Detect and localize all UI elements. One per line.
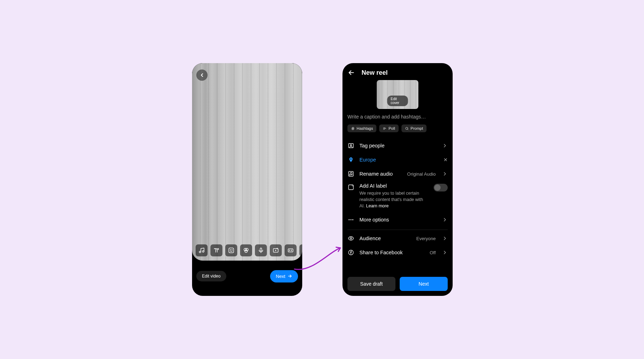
music-button[interactable]: [196, 244, 208, 256]
editor-toolbar: [196, 244, 302, 256]
voiceover-button[interactable]: [255, 244, 267, 256]
music-icon: [198, 247, 205, 254]
svg-point-0: [199, 251, 201, 253]
row-label: More options: [359, 217, 437, 223]
ai-sparkle-icon: [348, 184, 354, 190]
save-draft-button[interactable]: Save draft: [347, 277, 395, 291]
sticker-icon: [228, 247, 234, 254]
edit-cover-button[interactable]: Edit cover: [387, 96, 408, 106]
prompt-chip[interactable]: Prompt: [401, 124, 427, 132]
editor-bottom-bar: Edit video Next: [192, 261, 302, 296]
svg-rect-2: [229, 248, 234, 253]
chevron-right-icon: [442, 236, 448, 241]
canvas: Edit video Next New reel Edit cover Writ…: [65, 36, 579, 323]
audio-icon: [348, 171, 354, 177]
chevron-right-icon: [442, 171, 448, 177]
chip-label: Poll: [388, 126, 395, 130]
arrow-left-icon: [347, 69, 355, 77]
clip-add-icon: [273, 247, 279, 254]
row-label: Share to Facebook: [359, 250, 425, 255]
location-row[interactable]: Europe ✕: [347, 153, 448, 167]
hashtags-chip[interactable]: Hashtags: [347, 124, 376, 132]
row-label: Rename audio: [359, 171, 402, 177]
eye-icon: [348, 235, 354, 242]
separator: [347, 230, 448, 230]
video-preview: [192, 63, 302, 261]
tag-people-row[interactable]: Tag people: [347, 139, 448, 153]
phone-editor: Edit video Next: [192, 63, 302, 296]
person-tag-icon: [348, 142, 354, 149]
svg-point-20: [352, 219, 353, 220]
svg-point-13: [350, 145, 352, 146]
chevron-right-icon: [442, 217, 448, 223]
footer: Save draft Next: [342, 272, 453, 296]
back-button[interactable]: [196, 69, 208, 81]
effects-icon: [243, 247, 249, 254]
svg-point-3: [230, 250, 231, 250]
page-title: New reel: [362, 69, 388, 77]
text-icon: [213, 247, 220, 254]
cover-wrap: Edit cover: [342, 80, 453, 114]
ai-label-desc: We require you to label certain realisti…: [359, 190, 429, 209]
rename-audio-row[interactable]: Rename audio Original Audio: [347, 167, 448, 181]
edit-video-button[interactable]: Edit video: [196, 271, 226, 281]
captions-button[interactable]: [285, 244, 297, 256]
arrow-right-icon: [287, 274, 292, 279]
location-value: Europe: [359, 157, 439, 163]
svg-rect-14: [348, 171, 353, 176]
chip-label: Prompt: [411, 126, 423, 130]
more-options-row[interactable]: More options: [347, 213, 448, 227]
next-button[interactable]: Next: [400, 277, 448, 291]
audience-row[interactable]: Audience Everyone: [347, 231, 448, 245]
facebook-icon: [348, 249, 354, 256]
location-icon: [348, 157, 354, 163]
svg-point-1: [202, 251, 204, 252]
svg-point-4: [232, 250, 233, 250]
effects-button[interactable]: [240, 244, 252, 256]
svg-point-18: [348, 219, 350, 220]
microphone-icon: [258, 247, 264, 254]
row-label: Tag people: [359, 143, 437, 148]
next-label: Next: [276, 274, 285, 279]
hash-icon: [351, 127, 355, 130]
svg-rect-10: [288, 249, 293, 252]
header: New reel: [342, 63, 453, 80]
share-facebook-row[interactable]: Share to Facebook Off: [347, 245, 448, 260]
more-icon: [348, 217, 354, 223]
chevron-right-icon: [442, 143, 448, 148]
editor-next-button[interactable]: Next: [270, 270, 298, 282]
svg-rect-17: [348, 185, 353, 190]
learn-more-link[interactable]: Learn more: [366, 203, 389, 208]
chip-row: Hashtags Poll Prompt: [342, 124, 453, 139]
sticker-button[interactable]: [225, 244, 237, 256]
svg-point-19: [351, 219, 352, 220]
chevron-left-icon: [199, 72, 205, 78]
poll-icon: [383, 127, 387, 130]
share-fb-value: Off: [430, 250, 436, 255]
ai-label-row: Add AI label We require you to label cer…: [347, 181, 448, 213]
svg-point-7: [245, 250, 248, 253]
svg-point-15: [350, 175, 350, 175]
clear-location-button[interactable]: ✕: [443, 157, 448, 163]
row-label: Audience: [359, 236, 411, 241]
audience-value: Everyone: [416, 236, 436, 241]
svg-point-21: [350, 238, 352, 239]
chevron-right-icon: [442, 250, 448, 255]
chip-label: Hashtags: [357, 126, 373, 130]
cover-preview[interactable]: Edit cover: [377, 80, 418, 109]
clip-button[interactable]: [270, 244, 282, 256]
text-button[interactable]: [210, 244, 222, 256]
options-list: Tag people Europe ✕ Rename audio Origina…: [342, 139, 453, 260]
audio-value: Original Audio: [407, 171, 436, 177]
back-button[interactable]: [347, 69, 355, 77]
ai-label-title: Add AI label: [359, 183, 429, 189]
caption-input[interactable]: Write a caption and add hashtags…: [342, 114, 453, 124]
svg-rect-8: [260, 248, 262, 251]
svg-point-16: [351, 174, 352, 175]
ai-label-toggle[interactable]: [434, 184, 448, 191]
overflow-tool-button[interactable]: [299, 244, 302, 256]
poll-chip[interactable]: Poll: [379, 124, 398, 132]
prompt-icon: [405, 127, 409, 130]
phone-new-reel: New reel Edit cover Write a caption and …: [342, 63, 453, 296]
cc-icon: [287, 247, 294, 254]
